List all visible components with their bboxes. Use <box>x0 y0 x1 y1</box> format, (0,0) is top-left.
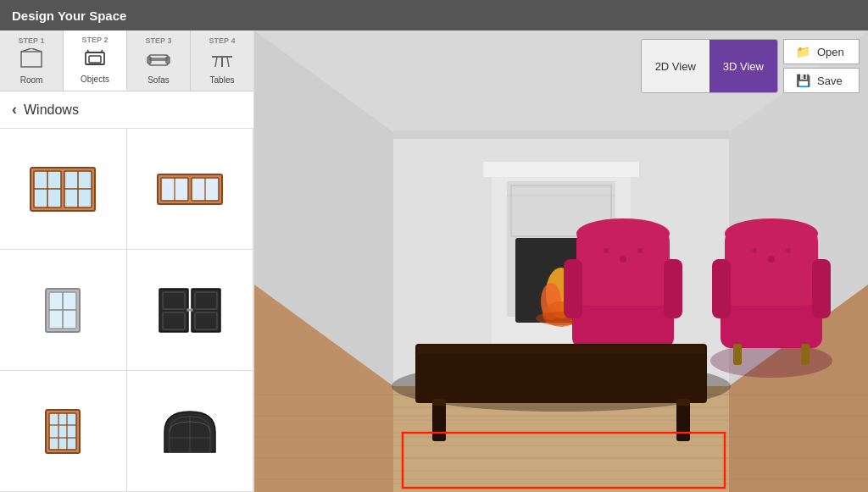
step4-label: STEP 4 <box>209 36 236 45</box>
steps-bar: STEP 1 Room STEP 2 <box>0 30 253 91</box>
window-svg-6 <box>156 408 224 455</box>
svg-rect-40 <box>49 413 76 450</box>
step4-icon <box>210 48 234 72</box>
svg-marker-68 <box>393 130 729 139</box>
back-button[interactable]: ‹ <box>12 101 17 119</box>
step-room[interactable]: STEP 1 Room <box>0 30 64 91</box>
window-svg-4 <box>156 287 224 334</box>
top-bar: 2D View 3D View 📁 Open 💾 Save <box>641 39 860 93</box>
step3-icon <box>147 48 170 72</box>
app-title: Design Your Space <box>12 8 126 23</box>
step3-name: Sofas <box>147 75 170 85</box>
svg-rect-70 <box>483 162 639 177</box>
windows-header: ‹ Windows <box>0 91 253 129</box>
svg-rect-4 <box>89 56 101 63</box>
svg-rect-0 <box>21 52 42 67</box>
svg-point-86 <box>620 256 626 263</box>
svg-rect-107 <box>432 399 446 406</box>
window-item-2[interactable] <box>127 129 254 250</box>
svg-point-91 <box>710 344 832 378</box>
open-label: Open <box>817 46 844 58</box>
svg-rect-108 <box>676 399 690 406</box>
svg-rect-8 <box>149 55 168 60</box>
svg-rect-94 <box>712 259 731 318</box>
step-tables[interactable]: STEP 4 Tables <box>191 30 253 91</box>
svg-point-88 <box>637 248 643 253</box>
windows-section-title: Windows <box>24 102 79 118</box>
svg-rect-101 <box>801 344 810 365</box>
scene-svg <box>254 30 868 492</box>
step2-label: STEP 2 <box>82 36 108 44</box>
main-content: STEP 1 Room STEP 2 <box>0 30 868 492</box>
svg-rect-31 <box>159 289 188 332</box>
open-button[interactable]: 📁 Open <box>783 39 860 64</box>
3d-scene[interactable] <box>254 30 868 492</box>
folder-icon: 📁 <box>796 45 810 58</box>
step1-icon <box>19 48 43 72</box>
view-toggle: 2D View 3D View <box>641 39 778 93</box>
title-bar: Design Your Space <box>0 0 868 30</box>
svg-point-99 <box>786 248 791 253</box>
svg-point-85 <box>576 218 670 249</box>
view-2d-button[interactable]: 2D View <box>642 40 709 92</box>
svg-point-37 <box>186 308 190 312</box>
window-svg-5 <box>29 408 97 455</box>
action-buttons: 📁 Open 💾 Save <box>783 39 860 93</box>
step4-name: Tables <box>210 75 235 85</box>
left-panel: STEP 1 Room STEP 2 <box>0 30 254 492</box>
svg-point-96 <box>725 218 818 249</box>
svg-rect-95 <box>812 259 831 318</box>
window-svg-3 <box>29 287 97 334</box>
window-item-4[interactable] <box>127 250 254 371</box>
window-item-1[interactable] <box>0 129 127 250</box>
save-button[interactable]: 💾 Save <box>783 68 860 93</box>
right-panel: 2D View 3D View 📁 Open 💾 Save <box>254 30 868 492</box>
step1-label: STEP 1 <box>19 36 45 45</box>
svg-point-38 <box>190 308 193 312</box>
svg-rect-104 <box>417 346 705 354</box>
step1-name: Room <box>20 75 43 85</box>
step-objects[interactable]: STEP 2 Objects <box>64 30 127 91</box>
svg-rect-84 <box>664 259 682 318</box>
svg-point-87 <box>604 248 609 253</box>
window-svg-2 <box>156 166 224 213</box>
svg-line-14 <box>227 57 229 67</box>
svg-point-98 <box>752 248 757 253</box>
save-label: Save <box>817 75 843 87</box>
svg-rect-83 <box>564 259 582 318</box>
save-icon: 💾 <box>796 74 810 87</box>
step2-icon <box>83 47 107 71</box>
window-svg-1 <box>29 166 97 213</box>
svg-rect-32 <box>192 289 220 332</box>
step-sofas[interactable]: STEP 3 Sofas <box>127 30 191 91</box>
window-item-5[interactable] <box>0 371 127 492</box>
svg-line-13 <box>215 57 217 67</box>
view-3d-button[interactable]: 3D View <box>709 40 777 92</box>
window-item-6[interactable] <box>127 371 254 492</box>
window-item-3[interactable] <box>0 250 127 371</box>
step2-name: Objects <box>81 75 109 84</box>
svg-rect-100 <box>733 344 742 365</box>
windows-grid <box>0 129 253 492</box>
svg-rect-7 <box>149 58 168 65</box>
svg-point-97 <box>768 256 775 263</box>
step3-label: STEP 3 <box>146 36 172 45</box>
